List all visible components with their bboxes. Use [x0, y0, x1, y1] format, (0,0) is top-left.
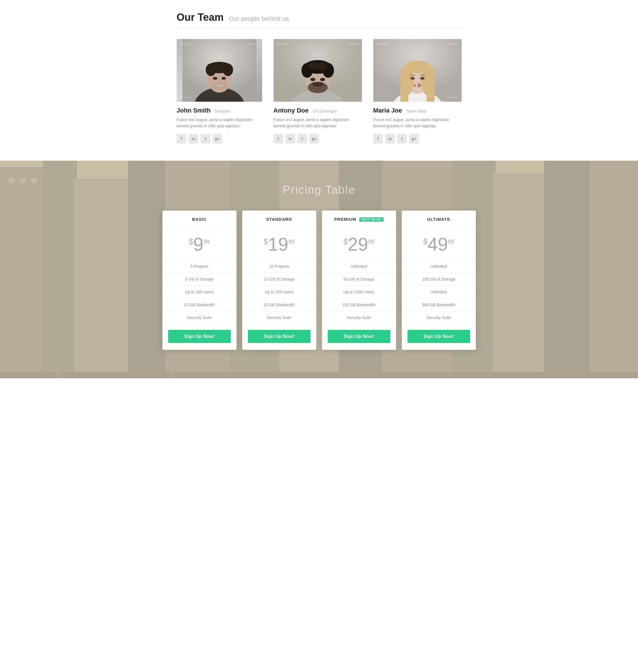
ultimate-feature-1: Unlimited — [402, 260, 476, 273]
basic-feature-3: Up to 100 Users — [163, 286, 236, 298]
card-basic-header: BASIC — [163, 210, 236, 227]
member-2-facebook-icon[interactable]: f — [273, 134, 283, 143]
member-1-bio: Fusce orci augue, porta a sapien digniss… — [177, 117, 262, 129]
svg-point-34 — [421, 67, 435, 96]
premium-feature-5: Security Suite — [322, 311, 396, 324]
basic-feature-4: 10 GB Bandwidth — [163, 298, 236, 311]
member-1-twitter-icon[interactable]: t — [201, 134, 210, 143]
basic-feature-1: 5 Projects — [163, 260, 236, 273]
basic-footer: Sign Up Now! — [163, 324, 236, 350]
svg-rect-39 — [415, 82, 417, 84]
standard-features: 10 Projects 10 GB of Storage Up to 250 U… — [242, 260, 316, 324]
member-1-name: John Smith Designer — [177, 107, 262, 114]
svg-point-19 — [309, 62, 318, 70]
pricing-card-ultimate: ULTIMATE $ 49 99 Unlimited 150 GB of Sto… — [402, 210, 476, 350]
watermark-tr: #envato — [248, 42, 259, 45]
standard-feature-5: Security Suite — [242, 311, 316, 324]
team-section: Our Team Our people behind us #envato #e… — [160, 0, 479, 161]
standard-footer: Sign Up Now! — [242, 324, 316, 350]
premium-feature-4: 100 GB Bandwidth — [322, 298, 396, 311]
member-2-google-icon[interactable]: g+ — [309, 134, 319, 143]
team-header: Our Team Our people behind us — [177, 12, 461, 29]
pricing-title: Pricing Table — [17, 184, 621, 196]
svg-point-7 — [223, 64, 233, 76]
member-2-twitter-icon[interactable]: t — [298, 134, 307, 143]
member-3-twitter-icon[interactable]: t — [397, 134, 407, 143]
ultimate-price-display: $ 49 99 — [405, 235, 473, 254]
svg-point-36 — [420, 77, 424, 80]
ultimate-price: $ 49 99 — [402, 227, 476, 260]
svg-point-35 — [410, 77, 415, 80]
pricing-cards: BASIC $ 9 99 5 Projects 5 GB of Storage … — [163, 210, 476, 350]
member-2-linkedin-icon[interactable]: in — [286, 134, 295, 143]
pricing-section: Pricing Table BASIC $ 9 99 5 Projects 5 … — [0, 161, 638, 378]
member-3-socials: f in t g+ — [373, 134, 461, 143]
svg-point-33 — [400, 67, 414, 96]
standard-feature-1: 10 Projects — [242, 260, 316, 273]
ultimate-cents: 99 — [448, 239, 454, 244]
member-3-google-icon[interactable]: g+ — [409, 134, 419, 143]
watermark3-br: #envato — [447, 96, 458, 99]
watermark-tl: #envato — [180, 42, 191, 45]
member-2-name: Antony Doe UX Developer — [273, 107, 362, 114]
basic-dollar: $ — [189, 238, 194, 245]
team-member-1: #envato #envato #envato — [177, 39, 262, 143]
card-premium-header: PREMIUM BEST VALUE! — [322, 210, 396, 227]
standard-cents: 99 — [288, 239, 295, 244]
pricing-card-basic: BASIC $ 9 99 5 Projects 5 GB of Storage … — [163, 210, 236, 350]
basic-signup-button[interactable]: Sign Up Now! — [168, 330, 231, 343]
standard-signup-button[interactable]: Sign Up Now! — [248, 330, 310, 343]
team-member-photo-3: #envato #envato #envato — [373, 39, 461, 102]
premium-signup-button[interactable]: Sign Up Now! — [328, 330, 390, 343]
premium-price: $ 29 99 — [322, 227, 396, 260]
member-2-role: UX Developer — [313, 109, 337, 114]
member-1-google-icon[interactable]: g+ — [213, 134, 222, 143]
photo-placeholder-1: #envato #envato #envato — [177, 39, 262, 102]
watermark2-tl: #envato — [276, 42, 287, 45]
premium-plan-name: PREMIUM — [334, 217, 356, 222]
standard-feature-4: 25 GB Bandwidth — [242, 298, 316, 311]
ultimate-feature-3: Unlimited — [402, 286, 476, 298]
basic-cents: 99 — [203, 239, 210, 244]
svg-point-8 — [213, 77, 217, 80]
basic-amount: 9 — [193, 235, 203, 254]
photo-placeholder-3: #envato #envato #envato — [373, 39, 461, 102]
ultimate-signup-button[interactable]: Sign Up Now! — [407, 330, 470, 343]
ultimate-amount: 49 — [428, 235, 448, 254]
member-3-linkedin-icon[interactable]: in — [385, 134, 395, 143]
svg-point-20 — [317, 62, 326, 70]
premium-features: Unlimited 50 GB of Storage Up to 1000 Us… — [322, 260, 396, 324]
card-ultimate-header: ULTIMATE — [402, 210, 476, 227]
ultimate-dollar: $ — [423, 238, 428, 245]
team-member-3: #envato #envato #envato — [373, 39, 461, 143]
svg-point-22 — [320, 78, 325, 81]
team-heading: Our Team — [177, 12, 224, 23]
standard-amount: 19 — [268, 235, 288, 254]
team-member-2: #envato #envato — [273, 39, 362, 143]
basic-price: $ 9 99 — [163, 227, 236, 260]
premium-dollar: $ — [343, 238, 348, 245]
basic-feature-2: 5 GB of Storage — [163, 273, 236, 286]
member-1-facebook-icon[interactable]: f — [177, 134, 186, 143]
premium-footer: Sign Up Now! — [322, 324, 396, 350]
standard-dollar: $ — [264, 238, 268, 245]
pricing-card-standard: STANDARD $ 19 99 10 Projects 10 GB of St… — [242, 210, 316, 350]
team-subheading: Our people behind us — [229, 15, 289, 22]
member-1-linkedin-icon[interactable]: in — [189, 134, 198, 143]
premium-feature-1: Unlimited — [322, 260, 396, 273]
member-3-facebook-icon[interactable]: f — [373, 134, 383, 143]
premium-cents: 99 — [368, 239, 374, 244]
standard-feature-3: Up to 250 Users — [242, 286, 316, 298]
svg-point-10 — [212, 84, 228, 90]
person3-svg — [373, 39, 461, 102]
standard-feature-2: 10 GB of Storage — [242, 273, 316, 286]
member-2-socials: f in t g+ — [273, 134, 362, 143]
person2-svg — [273, 39, 362, 102]
basic-features: 5 Projects 5 GB of Storage Up to 100 Use… — [163, 260, 236, 324]
member-3-role: Team Head — [406, 109, 426, 114]
ultimate-feature-5: Security Suite — [402, 311, 476, 324]
card-standard-header: STANDARD — [242, 210, 316, 227]
watermark-bl: #envato — [180, 96, 191, 99]
team-member-photo-2: #envato #envato — [273, 39, 362, 102]
svg-point-9 — [221, 77, 226, 80]
